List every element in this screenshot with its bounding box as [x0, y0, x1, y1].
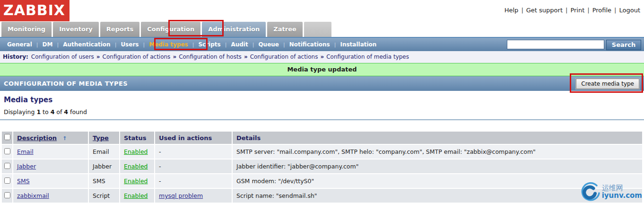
used-in-actions-cell: - — [155, 160, 232, 173]
tab-reports[interactable]: Reports — [100, 22, 139, 37]
table-row: Jabber Jabber Enabled - Jabber identifie… — [2, 160, 642, 173]
history-separator: » — [242, 53, 250, 60]
type-cell: Script — [89, 189, 119, 203]
history-label: History: — [3, 53, 28, 60]
tab-administration[interactable]: Administration — [202, 22, 266, 37]
search-button[interactable]: Search — [606, 40, 641, 50]
displaying-from: 1 — [36, 108, 41, 115]
watermark-swirl-icon — [579, 181, 601, 203]
divider-rule — [0, 119, 644, 120]
zabbix-logo: ZABBIX — [0, 0, 70, 21]
displaying-suffix: found — [70, 108, 87, 115]
tab-monitoring[interactable]: Monitoring — [1, 22, 52, 37]
subtab-dm[interactable]: DM — [38, 41, 57, 48]
status-toggle-link[interactable]: Enabled — [124, 148, 148, 155]
history-separator: » — [170, 53, 179, 60]
main-tab-bar: Monitoring Inventory Reports Configurati… — [0, 21, 644, 37]
watermark-domain: iyunv.com — [602, 192, 642, 200]
tab-configuration[interactable]: Configuration — [141, 22, 200, 37]
table-row: Email Email Enabled - SMTP server: "mail… — [2, 145, 642, 159]
logout-link[interactable]: Logout — [619, 7, 640, 14]
tab-zatree[interactable]: Zatree — [267, 22, 302, 37]
table-row: zabbixmail Script Enabled mysql problem … — [2, 189, 642, 203]
media-types-table: Description↓↑ Type Status Used in action… — [1, 131, 643, 204]
table-header-row: Description↓↑ Type Status Used in action… — [2, 132, 642, 144]
subtab-media-types[interactable]: Media types — [145, 41, 192, 48]
sort-icons: ↓↑ — [59, 135, 66, 142]
history-link-4[interactable]: Configuration of actions — [250, 53, 318, 60]
subtab-audit[interactable]: Audit — [226, 41, 252, 48]
breadcrumb: History:Configuration of users»Configura… — [0, 51, 644, 63]
page-title: Media types — [4, 96, 644, 104]
get-support-link[interactable]: Get support — [526, 7, 563, 14]
details-cell: Jabber identifier: "jabber@company.com" — [233, 160, 642, 173]
link-separator: | — [518, 7, 526, 14]
history-link-1[interactable]: Configuration of users — [31, 53, 94, 60]
subtab-queue[interactable]: Queue — [254, 41, 283, 48]
top-header: ZABBIX Help|Get support|Print|Profile|Lo… — [0, 0, 644, 21]
used-in-actions-cell: - — [155, 145, 232, 159]
displaying-of-word: of — [56, 108, 62, 115]
status-toggle-link[interactable]: Enabled — [124, 177, 148, 185]
subtab-users[interactable]: Users — [116, 41, 143, 48]
section-title: CONFIGURATION OF MEDIA TYPES — [0, 80, 128, 87]
status-toggle-link[interactable]: Enabled — [124, 163, 148, 170]
history-link-3[interactable]: Configuration of hosts — [179, 53, 242, 60]
tab-inventory[interactable]: Inventory — [53, 22, 99, 37]
displaying-to-word: to — [43, 108, 49, 115]
history-link-5[interactable]: Configuration of media types — [326, 53, 409, 60]
media-type-link[interactable]: Jabber — [17, 163, 36, 170]
section-header: CONFIGURATION OF MEDIA TYPES Create medi… — [0, 76, 644, 91]
link-separator: | — [584, 7, 592, 14]
type-cell: SMS — [89, 174, 119, 188]
watermark-text: 运维网 iyunv.com — [602, 185, 642, 200]
sort-by-type[interactable]: Type — [93, 134, 109, 142]
create-media-type-button[interactable]: Create media type — [576, 79, 639, 89]
used-in-actions-cell: - — [155, 174, 232, 188]
row-checkbox[interactable] — [4, 177, 10, 184]
subtab-installation[interactable]: Installation — [336, 41, 381, 48]
used-in-actions-link[interactable]: mysql problem — [159, 192, 203, 199]
watermark: 运维网 iyunv.com — [579, 181, 642, 203]
help-link[interactable]: Help — [505, 7, 519, 14]
row-checkbox[interactable] — [4, 192, 10, 198]
status-message-banner: Media type updated — [0, 63, 644, 76]
displaying-to: 4 — [51, 108, 55, 115]
status-toggle-link[interactable]: Enabled — [124, 192, 148, 199]
media-type-link[interactable]: Email — [17, 148, 34, 155]
row-checkbox[interactable] — [4, 148, 10, 154]
details-cell: SMTP server: "mail.company.com", SMTP he… — [233, 145, 642, 159]
subtab-authentication[interactable]: Authentication — [59, 41, 115, 48]
sort-by-description[interactable]: Description — [17, 134, 57, 142]
profile-link[interactable]: Profile — [592, 7, 611, 14]
history-separator: » — [94, 53, 103, 60]
row-checkbox[interactable] — [4, 163, 10, 169]
subtab-scripts[interactable]: Scripts — [194, 41, 225, 48]
media-type-link[interactable]: SMS — [17, 177, 30, 185]
content-area: Media types Displaying 1 to 4 of 4 found… — [0, 96, 644, 204]
subtab-notifications[interactable]: Notifications — [285, 41, 334, 48]
link-separator: | — [563, 7, 570, 14]
type-cell: Jabber — [89, 160, 119, 173]
displaying-prefix: Displaying — [4, 108, 35, 115]
displaying-summary: Displaying 1 to 4 of 4 found — [4, 108, 644, 115]
displaying-of: 4 — [64, 108, 68, 115]
history-link-2[interactable]: Configuration of actions — [103, 53, 171, 60]
sort-asc-icon: ↑ — [62, 135, 66, 142]
top-links: Help|Get support|Print|Profile|Logout — [505, 7, 640, 14]
history-separator: » — [318, 53, 326, 60]
table-row: SMS SMS Enabled - GSM modem: "/dev/ttyS0… — [2, 174, 642, 188]
tab-bar-filler — [304, 22, 331, 37]
column-header-status: Status — [120, 132, 154, 144]
type-cell: Email — [89, 145, 119, 159]
select-all-checkbox[interactable] — [4, 134, 10, 140]
media-type-link[interactable]: zabbixmail — [17, 192, 49, 199]
search-input[interactable] — [507, 40, 604, 49]
subtab-general[interactable]: General — [3, 41, 36, 48]
column-header-used-in-actions: Used in actions — [155, 132, 232, 144]
sub-nav-bar: General| DM| Authentication| Users| Medi… — [0, 37, 644, 51]
link-separator: | — [611, 7, 619, 14]
column-header-details: Details — [233, 132, 642, 144]
print-link[interactable]: Print — [570, 7, 584, 14]
